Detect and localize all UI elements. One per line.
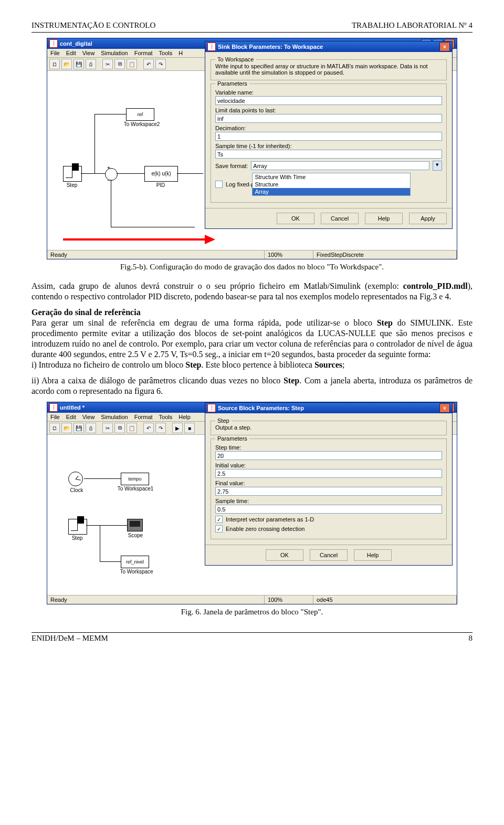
save-icon[interactable]: 💾: [74, 423, 84, 433]
text: . Este bloco pertence à biblioteca: [201, 360, 314, 369]
help-button[interactable]: Help: [354, 549, 392, 561]
open-icon[interactable]: 📂: [61, 423, 72, 433]
ok-button[interactable]: OK: [266, 549, 303, 561]
redo-icon[interactable]: ↷: [155, 59, 166, 69]
log-fixed-checkbox[interactable]: [215, 181, 223, 188]
to-workspace2-block[interactable]: ref: [126, 108, 154, 121]
pid-block[interactable]: e(k) u(k): [144, 166, 178, 182]
undo-icon[interactable]: ↶: [143, 59, 154, 69]
varname-label: Variable name:: [215, 89, 442, 96]
dialog-close-icon[interactable]: ×: [439, 403, 450, 413]
dropdown-option-selected[interactable]: Array: [253, 188, 410, 195]
menu-file[interactable]: File: [50, 414, 60, 420]
limit-input[interactable]: [215, 114, 442, 123]
sampletime-label: Sample time (-1 for inherited):: [215, 143, 442, 149]
apply-button[interactable]: Apply: [409, 213, 447, 224]
wire: [86, 525, 127, 526]
dropdown-option[interactable]: Structure With Time: [253, 173, 410, 181]
print-icon[interactable]: ⎙: [86, 59, 96, 69]
menu-help[interactable]: H: [178, 50, 183, 56]
stop-icon[interactable]: ■: [184, 423, 195, 433]
text: ;: [342, 360, 344, 369]
open-icon[interactable]: 📂: [61, 59, 72, 69]
menu-view[interactable]: View: [82, 50, 95, 56]
initial-label: Initial value:: [215, 462, 442, 468]
wire: [100, 525, 100, 562]
menu-edit[interactable]: Edit: [66, 414, 76, 420]
dialog-close-icon[interactable]: ×: [439, 42, 450, 51]
paragraph-ii: ii) Abra a caixa de diálogo de parâmetro…: [32, 375, 472, 396]
simulink-window: ⋮ cont_digital _ □ × File Edit View Simu…: [47, 38, 457, 259]
step-block[interactable]: [63, 166, 82, 182]
dialog-app-icon: ⋮: [207, 404, 216, 412]
sampletime-input-2[interactable]: [215, 505, 442, 514]
simulink-statusbar-2: Ready 100% ode45: [47, 595, 457, 604]
cut-icon[interactable]: ✂: [102, 423, 113, 433]
varname-input[interactable]: [215, 96, 442, 105]
final-input[interactable]: [215, 487, 442, 496]
simulink-app-icon: ⋮: [49, 403, 58, 412]
decimation-label: Decimation:: [215, 125, 442, 131]
sampletime-input[interactable]: [215, 150, 442, 159]
new-icon[interactable]: 🗋: [49, 423, 60, 433]
saveformat-select[interactable]: [251, 161, 429, 170]
steptime-input[interactable]: [215, 451, 442, 460]
footer-left: ENIDH/DeM – MEMM: [32, 634, 108, 643]
step-block-2[interactable]: [68, 519, 87, 535]
menu-tools[interactable]: Tools: [159, 414, 173, 420]
copy-icon[interactable]: ⧉: [114, 59, 125, 69]
menu-simulation[interactable]: Simulation: [101, 50, 128, 56]
menu-simulation[interactable]: Simulation: [101, 414, 128, 420]
interpret-checkbox[interactable]: ✓: [215, 516, 223, 523]
step-params-dialog: ⋮ Source Block Parameters: Step × Step O…: [205, 402, 453, 566]
paste-icon[interactable]: 📋: [127, 423, 137, 433]
to-workspace2-label: To Workspace2: [121, 121, 163, 127]
simulink-title: cont_digital: [60, 40, 92, 47]
to-workspace1-block[interactable]: tempo: [121, 473, 149, 485]
parameters-group: Parameters Variable name: Limit data poi…: [211, 83, 447, 203]
chevron-down-icon[interactable]: ▾: [433, 161, 442, 171]
scope-block[interactable]: [127, 519, 143, 531]
redo-icon[interactable]: ↷: [155, 423, 166, 433]
cancel-button[interactable]: Cancel: [310, 549, 348, 561]
text-bold: Sources: [314, 360, 342, 369]
save-icon[interactable]: 💾: [74, 59, 84, 69]
menu-format[interactable]: Format: [134, 414, 153, 420]
to-workspace-group: To Workspace Write input to specified ar…: [211, 59, 447, 80]
initial-input[interactable]: [215, 469, 442, 478]
paste-icon[interactable]: 📋: [127, 59, 137, 69]
saveformat-label: Save format:: [215, 163, 248, 169]
text-bold: Step: [284, 376, 299, 385]
ok-button[interactable]: OK: [277, 213, 314, 224]
dialog-titlebar-2: ⋮ Source Block Parameters: Step ×: [205, 403, 452, 413]
copy-icon[interactable]: ⧉: [114, 423, 125, 433]
cancel-button[interactable]: Cancel: [321, 213, 359, 224]
menu-tools[interactable]: Tools: [159, 50, 173, 56]
menu-file[interactable]: File: [50, 50, 60, 56]
svg-marker-1: [205, 235, 215, 244]
status-percent: 100%: [265, 596, 313, 604]
group-legend: To Workspace: [215, 56, 256, 62]
run-icon[interactable]: ▶: [172, 423, 183, 433]
text: ii) Abra a caixa de diálogo de parâmetro…: [32, 376, 284, 385]
menu-help[interactable]: Help: [178, 414, 191, 420]
figure-6-caption: Fig. 6. Janela de parâmetros do bloco "S…: [32, 608, 472, 617]
undo-icon[interactable]: ↶: [143, 423, 154, 433]
zerocross-checkbox[interactable]: ✓: [215, 525, 223, 532]
menu-view[interactable]: View: [82, 414, 95, 420]
saveformat-dropdown[interactable]: Structure With Time Structure Array: [252, 173, 411, 196]
sampletime-label-2: Sample time:: [215, 498, 442, 504]
cut-icon[interactable]: ✂: [102, 59, 113, 69]
print-icon[interactable]: ⎙: [86, 423, 96, 433]
header-left: INSTRUMENTAÇÃO E CONTROLO: [32, 21, 155, 30]
new-icon[interactable]: 🗋: [49, 59, 60, 69]
menu-format[interactable]: Format: [134, 50, 153, 56]
clock-block[interactable]: [68, 472, 83, 486]
menu-edit[interactable]: Edit: [66, 50, 76, 56]
help-button[interactable]: Help: [365, 213, 403, 224]
to-workspace-block[interactable]: ref_nivel: [121, 556, 149, 568]
decimation-input[interactable]: [215, 132, 442, 141]
dropdown-option[interactable]: Structure: [253, 181, 410, 188]
to-workspace-label: To Workspace: [116, 569, 158, 575]
final-label: Final value:: [215, 480, 442, 486]
